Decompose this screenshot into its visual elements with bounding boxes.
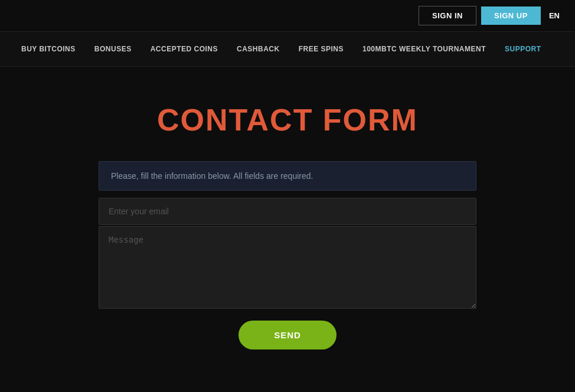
header: SIGN IN SIGN UP EN bbox=[0, 0, 575, 31]
nav-item-free-spins[interactable]: FREE SPINS bbox=[289, 32, 353, 66]
contact-form: Please, fill the information below. All … bbox=[99, 161, 476, 349]
signin-button[interactable]: SIGN IN bbox=[419, 6, 476, 25]
info-box: Please, fill the information below. All … bbox=[99, 161, 476, 191]
nav-item-support[interactable]: SUPPORT bbox=[495, 32, 551, 66]
language-button[interactable]: EN bbox=[545, 6, 563, 25]
nav-item-cashback[interactable]: CASHBACK bbox=[227, 32, 289, 66]
navbar: BUY BITCOINS BONUSES ACCEPTED COINS CASH… bbox=[0, 31, 575, 67]
nav-item-tournament[interactable]: 100MBTC WEEKLY TOURNAMENT bbox=[353, 32, 495, 66]
nav-item-accepted-coins[interactable]: ACCEPTED COINS bbox=[141, 32, 227, 66]
button-row: SEND bbox=[99, 309, 476, 349]
page-title: CONTACT FORM bbox=[157, 102, 418, 138]
email-field[interactable] bbox=[99, 198, 476, 225]
nav-item-bonuses[interactable]: BONUSES bbox=[85, 32, 141, 66]
message-textarea[interactable] bbox=[99, 226, 476, 309]
nav-item-buy-bitcoins[interactable]: BUY BITCOINS bbox=[12, 32, 85, 66]
signup-button[interactable]: SIGN UP bbox=[481, 6, 541, 25]
send-button[interactable]: SEND bbox=[239, 321, 336, 349]
main-content: CONTACT FORM Please, fill the informatio… bbox=[0, 67, 575, 373]
